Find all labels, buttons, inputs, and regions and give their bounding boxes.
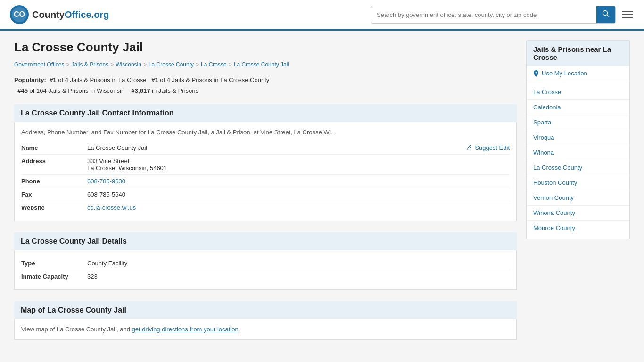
phone-label: Phone xyxy=(21,178,87,185)
address-line1: 333 Vine Street xyxy=(87,157,510,165)
map-description: View map of La Crosse County Jail, and g… xyxy=(21,326,510,333)
svg-text:CO: CO xyxy=(14,10,25,18)
list-item: Winona xyxy=(527,145,629,160)
list-item: Houston County xyxy=(527,175,629,190)
sidebar-link-la-crosse-county[interactable]: La Crosse County xyxy=(527,160,629,175)
list-item: Caledonia xyxy=(527,100,629,115)
sidebar-box: Jails & Prisons near La Crosse Use My Lo… xyxy=(526,40,630,239)
sidebar-link-sparta[interactable]: Sparta xyxy=(527,115,629,130)
main-container: La Crosse County Jail Government Offices… xyxy=(0,31,644,361)
menu-line-2 xyxy=(622,14,633,15)
rank3-desc: of 164 Jails & Prisons in Wisconsin xyxy=(30,87,125,94)
map-desc-prefix: View map of La Crosse County Jail, and xyxy=(21,326,132,333)
fax-label: Fax xyxy=(21,191,87,198)
sidebar: Jails & Prisons near La Crosse Use My Lo… xyxy=(526,40,630,351)
site-header: CO CountyOffice.org xyxy=(0,0,644,31)
list-item: La Crosse xyxy=(527,85,629,100)
breadcrumb-la-crosse[interactable]: La Crosse xyxy=(201,61,227,68)
contact-section-body: Address, Phone Number, and Fax Number fo… xyxy=(14,122,517,221)
list-item: Winona County xyxy=(527,206,629,221)
sidebar-title: Jails & Prisons near La Crosse xyxy=(527,41,629,66)
rank3-text: #45 xyxy=(17,87,28,94)
map-section-header: Map of La Crosse County Jail xyxy=(14,301,517,319)
fax-value: 608-785-5640 xyxy=(87,191,510,198)
website-label: Website xyxy=(21,204,87,211)
suggest-edit-link[interactable]: Suggest Edit xyxy=(461,144,510,151)
details-section-header: La Crosse County Jail Details xyxy=(14,232,517,250)
search-icon xyxy=(602,10,610,17)
rank2-text: #1 xyxy=(151,76,158,83)
details-section-body: Type County Facility Inmate Capacity 323 xyxy=(14,250,517,290)
rank4-text: #3,617 xyxy=(132,87,150,94)
name-row: Name La Crosse County Jail Suggest Edit xyxy=(21,141,510,155)
website-link[interactable]: co.la-crosse.wi.us xyxy=(87,204,136,211)
breadcrumb-gov-offices[interactable]: Government Offices xyxy=(14,61,65,68)
breadcrumb-la-crosse-county[interactable]: La Crosse County xyxy=(149,61,194,68)
use-my-location-label: Use My Location xyxy=(542,70,587,77)
breadcrumb-current[interactable]: La Crosse County Jail xyxy=(234,61,289,68)
list-item: Viroqua xyxy=(527,130,629,145)
list-item: La Crosse County xyxy=(527,160,629,175)
breadcrumb-wisconsin[interactable]: Wisconsin xyxy=(116,61,141,68)
phone-value: 608-785-9630 xyxy=(87,178,510,185)
map-desc-suffix: . xyxy=(239,326,240,333)
menu-line-1 xyxy=(622,11,633,12)
details-section: La Crosse County Jail Details Type Count… xyxy=(14,232,517,290)
sidebar-link-houston-county[interactable]: Houston County xyxy=(527,175,629,190)
edit-icon xyxy=(466,144,472,151)
menu-line-3 xyxy=(622,17,633,18)
contact-section-header: La Crosse County Jail Contact Informatio… xyxy=(14,104,517,122)
main-content: La Crosse County Jail Government Offices… xyxy=(14,40,517,351)
sidebar-link-monroe-county[interactable]: Monroe County xyxy=(527,221,629,235)
rank1-text: #1 xyxy=(50,76,56,83)
contact-section: La Crosse County Jail Contact Informatio… xyxy=(14,104,517,221)
list-item: Sparta xyxy=(527,115,629,130)
type-row: Type County Facility xyxy=(21,257,510,270)
fax-row: Fax 608-785-5640 xyxy=(21,188,510,201)
search-bar-container xyxy=(371,6,616,24)
sidebar-link-la-crosse[interactable]: La Crosse xyxy=(527,85,629,99)
address-value: 333 Vine Street La Crosse, Wisconsin, 54… xyxy=(87,157,510,172)
map-section-body: View map of La Crosse County Jail, and g… xyxy=(14,319,517,340)
logo-icon: CO xyxy=(9,5,29,25)
sidebar-links-list: La Crosse Caledonia Sparta Viroqua Winon… xyxy=(527,81,629,239)
breadcrumb-jails-prisons[interactable]: Jails & Prisons xyxy=(72,61,109,68)
list-item: Vernon County xyxy=(527,190,629,206)
sidebar-link-caledonia[interactable]: Caledonia xyxy=(527,100,629,115)
details-info-table: Type County Facility Inmate Capacity 323 xyxy=(21,257,510,283)
type-value: County Facility xyxy=(87,260,510,267)
popularity-section: Popularity: #1 of 4 Jails & Prisons in L… xyxy=(14,74,517,97)
search-input[interactable] xyxy=(371,8,596,22)
sidebar-link-viroqua[interactable]: Viroqua xyxy=(527,130,629,145)
page-title: La Crosse County Jail xyxy=(14,40,517,55)
rank1-desc: of 4 Jails & Prisons in La Crosse xyxy=(58,76,146,83)
capacity-label: Inmate Capacity xyxy=(21,273,87,280)
location-pin-icon xyxy=(533,70,539,77)
map-section: Map of La Crosse County Jail View map of… xyxy=(14,301,517,340)
svg-point-3 xyxy=(603,11,608,16)
list-item: Monroe County xyxy=(527,221,629,235)
contact-description: Address, Phone Number, and Fax Number fo… xyxy=(21,129,510,136)
sidebar-link-winona-county[interactable]: Winona County xyxy=(527,206,629,220)
svg-line-4 xyxy=(607,15,610,17)
capacity-value: 323 xyxy=(87,273,510,280)
website-value: co.la-crosse.wi.us xyxy=(87,204,510,211)
rank4-desc: in Jails & Prisons xyxy=(152,87,198,94)
logo-text: CountyOffice.org xyxy=(32,9,109,20)
use-my-location-link[interactable]: Use My Location xyxy=(527,66,629,81)
popularity-label: Popularity: xyxy=(14,76,46,83)
search-button[interactable] xyxy=(596,6,615,23)
header-right xyxy=(371,6,635,24)
menu-button[interactable] xyxy=(620,9,635,20)
rank2-desc: of 4 Jails & Prisons in La Crosse County xyxy=(160,76,269,83)
sidebar-link-winona[interactable]: Winona xyxy=(527,145,629,160)
phone-link[interactable]: 608-785-9630 xyxy=(87,178,125,185)
address-row: Address 333 Vine Street La Crosse, Wisco… xyxy=(21,155,510,175)
address-line2: La Crosse, Wisconsin, 54601 xyxy=(87,165,510,172)
driving-directions-link[interactable]: get driving directions from your locatio… xyxy=(132,326,239,333)
name-label: Name xyxy=(21,144,87,151)
address-label: Address xyxy=(21,157,87,165)
type-label: Type xyxy=(21,260,87,267)
sidebar-link-vernon-county[interactable]: Vernon County xyxy=(527,190,629,205)
logo: CO CountyOffice.org xyxy=(9,5,109,25)
